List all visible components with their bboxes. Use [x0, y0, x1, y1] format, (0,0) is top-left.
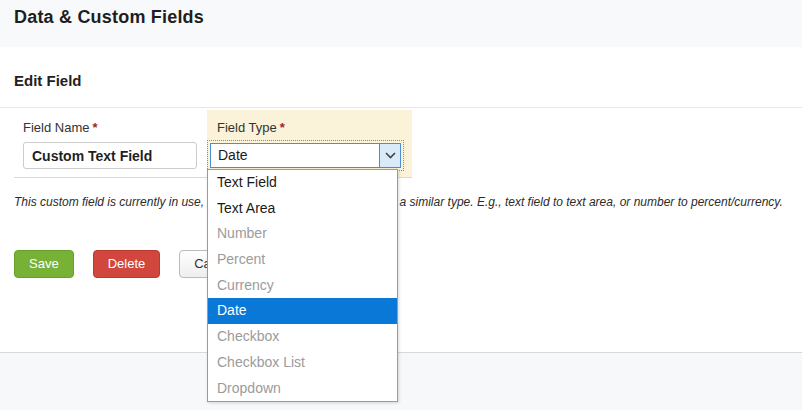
chevron-down-icon: [385, 152, 396, 159]
dropdown-option[interactable]: Dropdown: [208, 376, 397, 402]
required-asterisk: *: [280, 120, 285, 135]
dropdown-option[interactable]: Text Area: [208, 196, 397, 222]
save-button[interactable]: Save: [14, 250, 74, 278]
section-divider: [0, 107, 802, 108]
field-type-select[interactable]: Date: [210, 143, 401, 168]
field-type-label: Field Type*: [217, 120, 285, 135]
page-title: Data & Custom Fields: [14, 7, 204, 28]
required-asterisk: *: [92, 120, 97, 135]
dropdown-option[interactable]: Text Field: [208, 170, 397, 196]
field-name-label: Field Name*: [23, 120, 98, 135]
dropdown-option[interactable]: Checkbox: [208, 324, 397, 350]
dropdown-option[interactable]: Date: [208, 298, 397, 324]
dropdown-option[interactable]: Number: [208, 221, 397, 247]
in-use-note: This custom field is currently in use, a…: [14, 195, 802, 209]
dropdown-option[interactable]: Percent: [208, 247, 397, 273]
select-arrow-button[interactable]: [379, 144, 400, 167]
field-type-option-list: Text FieldText AreaNumberPercentCurrency…: [207, 169, 398, 402]
field-name-label-text: Field Name: [23, 120, 89, 135]
delete-button[interactable]: Delete: [93, 250, 161, 278]
page-footer: [0, 352, 802, 410]
field-type-selected-value[interactable]: Date: [211, 144, 379, 167]
field-name-input[interactable]: [23, 142, 197, 169]
dropdown-option[interactable]: Currency: [208, 273, 397, 299]
dropdown-option[interactable]: Checkbox List: [208, 350, 397, 376]
field-type-label-text: Field Type: [217, 120, 277, 135]
section-heading: Edit Field: [14, 72, 82, 89]
